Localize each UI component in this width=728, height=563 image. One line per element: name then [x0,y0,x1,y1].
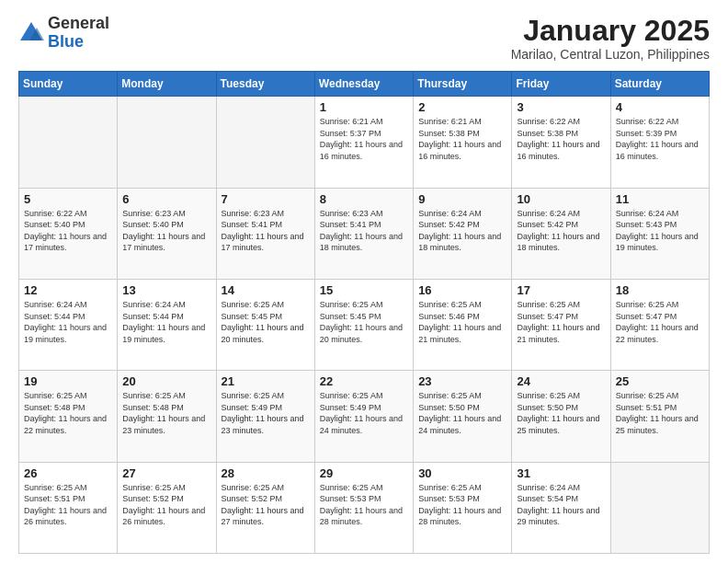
day-number: 11 [616,192,704,206]
day-number: 6 [122,192,210,206]
title-block: January 2025 Marilao, Central Luzon, Phi… [511,15,710,62]
table-row: 23Sunrise: 6:25 AMSunset: 5:50 PMDayligh… [414,371,512,462]
day-info: Sunrise: 6:24 AMSunset: 5:44 PMDaylight:… [24,299,112,345]
day-info: Sunrise: 6:25 AMSunset: 5:49 PMDaylight:… [222,390,310,436]
day-info: Sunrise: 6:25 AMSunset: 5:53 PMDaylight:… [320,482,408,528]
table-row [216,97,314,188]
table-row: 30Sunrise: 6:25 AMSunset: 5:53 PMDayligh… [414,462,512,553]
table-row: 7Sunrise: 6:23 AMSunset: 5:41 PMDaylight… [216,188,314,279]
day-info: Sunrise: 6:21 AMSunset: 5:38 PMDaylight:… [418,116,506,162]
day-number: 27 [122,466,210,480]
calendar-week-row: 5Sunrise: 6:22 AMSunset: 5:40 PMDaylight… [19,188,710,279]
table-row: 13Sunrise: 6:24 AMSunset: 5:44 PMDayligh… [118,279,216,370]
day-number: 17 [517,283,605,297]
day-info: Sunrise: 6:25 AMSunset: 5:47 PMDaylight:… [517,299,605,345]
col-sunday: Sunday [19,72,118,97]
page: General Blue January 2025 Marilao, Centr… [0,0,728,563]
day-number: 2 [418,100,506,114]
day-number: 12 [24,283,112,297]
day-info: Sunrise: 6:25 AMSunset: 5:48 PMDaylight:… [122,390,210,436]
calendar-week-row: 12Sunrise: 6:24 AMSunset: 5:44 PMDayligh… [19,279,710,370]
col-thursday: Thursday [414,72,512,97]
day-number: 9 [418,192,506,206]
table-row: 28Sunrise: 6:25 AMSunset: 5:52 PMDayligh… [216,462,314,553]
day-number: 15 [320,283,408,297]
table-row: 19Sunrise: 6:25 AMSunset: 5:48 PMDayligh… [19,371,118,462]
day-info: Sunrise: 6:25 AMSunset: 5:46 PMDaylight:… [418,299,506,345]
day-number: 4 [616,100,704,114]
main-title: January 2025 [511,15,710,47]
day-info: Sunrise: 6:25 AMSunset: 5:45 PMDaylight:… [222,299,310,345]
table-row: 18Sunrise: 6:25 AMSunset: 5:47 PMDayligh… [610,279,709,370]
table-row: 31Sunrise: 6:24 AMSunset: 5:54 PMDayligh… [512,462,610,553]
day-info: Sunrise: 6:22 AMSunset: 5:40 PMDaylight:… [24,208,112,254]
table-row: 3Sunrise: 6:22 AMSunset: 5:38 PMDaylight… [512,97,610,188]
day-info: Sunrise: 6:22 AMSunset: 5:39 PMDaylight:… [616,116,704,162]
day-number: 21 [222,374,310,388]
day-info: Sunrise: 6:23 AMSunset: 5:41 PMDaylight:… [320,208,408,254]
day-info: Sunrise: 6:25 AMSunset: 5:53 PMDaylight:… [418,482,506,528]
day-info: Sunrise: 6:25 AMSunset: 5:52 PMDaylight:… [222,482,310,528]
day-number: 18 [616,283,704,297]
day-number: 22 [320,374,408,388]
day-info: Sunrise: 6:25 AMSunset: 5:50 PMDaylight:… [418,390,506,436]
table-row [118,97,216,188]
col-wednesday: Wednesday [314,72,413,97]
day-number: 16 [418,283,506,297]
day-number: 14 [222,283,310,297]
table-row: 6Sunrise: 6:23 AMSunset: 5:40 PMDaylight… [118,188,216,279]
day-number: 5 [24,192,112,206]
table-row: 12Sunrise: 6:24 AMSunset: 5:44 PMDayligh… [19,279,118,370]
day-info: Sunrise: 6:24 AMSunset: 5:43 PMDaylight:… [616,208,704,254]
day-info: Sunrise: 6:25 AMSunset: 5:51 PMDaylight:… [24,482,112,528]
day-info: Sunrise: 6:25 AMSunset: 5:48 PMDaylight:… [24,390,112,436]
day-info: Sunrise: 6:24 AMSunset: 5:42 PMDaylight:… [517,208,605,254]
day-info: Sunrise: 6:25 AMSunset: 5:50 PMDaylight:… [517,390,605,436]
calendar-week-row: 1Sunrise: 6:21 AMSunset: 5:37 PMDaylight… [19,97,710,188]
day-info: Sunrise: 6:23 AMSunset: 5:41 PMDaylight:… [222,208,310,254]
table-row: 11Sunrise: 6:24 AMSunset: 5:43 PMDayligh… [610,188,709,279]
table-row [19,97,118,188]
logo-general-text: General [48,14,109,32]
col-monday: Monday [118,72,216,97]
day-number: 24 [517,374,605,388]
table-row: 14Sunrise: 6:25 AMSunset: 5:45 PMDayligh… [216,279,314,370]
day-number: 29 [320,466,408,480]
logo: General Blue [18,15,109,52]
table-row: 8Sunrise: 6:23 AMSunset: 5:41 PMDaylight… [314,188,413,279]
table-row: 25Sunrise: 6:25 AMSunset: 5:51 PMDayligh… [610,371,709,462]
col-tuesday: Tuesday [216,72,314,97]
day-number: 28 [222,466,310,480]
logo-blue-text: Blue [48,32,84,51]
table-row: 5Sunrise: 6:22 AMSunset: 5:40 PMDaylight… [19,188,118,279]
table-row: 24Sunrise: 6:25 AMSunset: 5:50 PMDayligh… [512,371,610,462]
calendar-week-row: 26Sunrise: 6:25 AMSunset: 5:51 PMDayligh… [19,462,710,553]
day-number: 23 [418,374,506,388]
day-number: 31 [517,466,605,480]
calendar-header-row: Sunday Monday Tuesday Wednesday Thursday… [19,72,710,97]
calendar-week-row: 19Sunrise: 6:25 AMSunset: 5:48 PMDayligh… [19,371,710,462]
table-row [610,462,709,553]
day-number: 1 [320,100,408,114]
day-info: Sunrise: 6:25 AMSunset: 5:47 PMDaylight:… [616,299,704,345]
header: General Blue January 2025 Marilao, Centr… [18,15,710,62]
table-row: 16Sunrise: 6:25 AMSunset: 5:46 PMDayligh… [414,279,512,370]
day-info: Sunrise: 6:23 AMSunset: 5:40 PMDaylight:… [122,208,210,254]
calendar-table: Sunday Monday Tuesday Wednesday Thursday… [18,71,710,554]
day-info: Sunrise: 6:25 AMSunset: 5:49 PMDaylight:… [320,390,408,436]
day-info: Sunrise: 6:22 AMSunset: 5:38 PMDaylight:… [517,116,605,162]
day-info: Sunrise: 6:24 AMSunset: 5:42 PMDaylight:… [418,208,506,254]
subtitle: Marilao, Central Luzon, Philippines [511,47,710,62]
day-info: Sunrise: 6:24 AMSunset: 5:44 PMDaylight:… [122,299,210,345]
day-number: 13 [122,283,210,297]
table-row: 22Sunrise: 6:25 AMSunset: 5:49 PMDayligh… [314,371,413,462]
table-row: 21Sunrise: 6:25 AMSunset: 5:49 PMDayligh… [216,371,314,462]
day-number: 7 [222,192,310,206]
col-saturday: Saturday [610,72,709,97]
table-row: 29Sunrise: 6:25 AMSunset: 5:53 PMDayligh… [314,462,413,553]
col-friday: Friday [512,72,610,97]
day-info: Sunrise: 6:25 AMSunset: 5:52 PMDaylight:… [122,482,210,528]
day-number: 8 [320,192,408,206]
day-number: 3 [517,100,605,114]
day-number: 25 [616,374,704,388]
